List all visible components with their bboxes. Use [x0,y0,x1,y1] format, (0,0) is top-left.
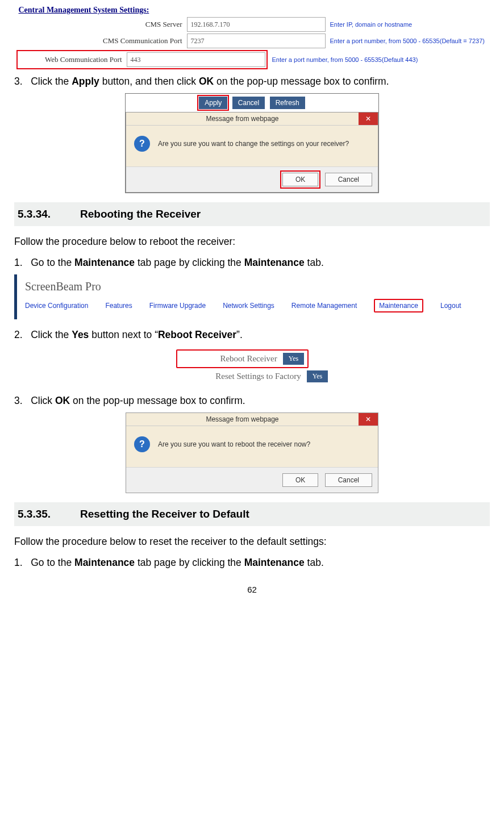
reboot-figure: Reboot Receiver Yes Reset Settings to Fa… [176,347,328,385]
tab-device-configuration[interactable]: Device Configuration [25,302,88,310]
cms-row-web-port: Web Communication Port 443 Enter a port … [16,50,488,69]
close-icon[interactable]: ✕ [359,413,378,426]
sec34-step3-text: 3. Click OK on the pop-up message box to… [30,393,490,408]
ok-button[interactable]: OK [282,473,318,487]
sec35-step1-text: 1. Go to the Maintenance tab page by cli… [30,555,490,570]
cms-web-port-input[interactable]: 443 [127,52,265,67]
screenbeam-logo: ScreenBeam Pro [25,280,482,293]
section-5-3-35-heading: 5.3.35. Resetting the Receiver to Defaul… [14,502,490,526]
tab-network-settings[interactable]: Network Settings [223,302,274,310]
question-icon: ? [134,436,150,452]
page-number: 62 [14,585,490,594]
tab-features[interactable]: Features [105,302,132,310]
close-icon[interactable]: ✕ [359,112,378,125]
tab-logout[interactable]: Logout [440,302,461,310]
apply-toolbar-figure: Apply Cancel Refresh Message from webpag… [125,93,379,193]
apply-button[interactable]: Apply [199,97,227,109]
question-icon: ? [134,136,150,152]
reboot-yes-button[interactable]: Yes [283,353,304,365]
cancel-dialog-button[interactable]: Cancel [325,173,372,186]
sec34-step2-text: 2. Click the Yes button next to “Reboot … [30,327,490,342]
confirm-settings-dialog: Message from webpage ✕ ? Are you sure yo… [126,112,378,193]
cms-row-server: CMS Server 192.168.7.170 Enter IP, domai… [16,17,488,32]
tab-firmware-upgrade[interactable]: Firmware Upgrade [149,302,206,310]
tab-remote-management[interactable]: Remote Management [291,302,357,310]
step-3-apply-ok: 3. Click the Apply button, and then clic… [30,74,490,89]
ok-button[interactable]: OK [282,173,318,186]
cms-settings-figure: Central Management System Settings: CMS … [16,6,488,69]
dialog-text: Are you sure you want to reboot the rece… [158,440,310,448]
cms-row-comm-port: CMS Communication Port 7237 Enter a port… [16,34,488,48]
sec34-step1-text: 1. Go to the Maintenance tab page by cli… [30,255,490,270]
reset-factory-yes-button[interactable]: Yes [307,370,328,382]
dialog-title: Message from webpage [126,112,359,125]
cancel-dialog-button[interactable]: Cancel [325,473,372,487]
section-5-3-34-heading: 5.3.34. Rebooting the Receiver [14,202,490,226]
confirm-reboot-dialog: Message from webpage ✕ ? Are you sure yo… [126,412,378,493]
cms-heading: Central Management System Settings: [19,6,488,15]
sec34-intro: Follow the procedure below to reboot the… [14,234,490,249]
dialog-title: Message from webpage [126,413,359,426]
tab-maintenance[interactable]: Maintenance [374,299,423,312]
dialog-text: Are you sure you want to change the sett… [158,140,349,148]
cancel-button[interactable]: Cancel [232,97,265,109]
cms-server-input[interactable]: 192.168.7.170 [187,17,326,32]
cms-comm-port-input[interactable]: 7237 [187,34,326,48]
sec35-intro: Follow the procedure below to reset the … [14,534,490,549]
screenbeam-tabs-figure: ScreenBeam Pro Device Configuration Feat… [14,274,490,319]
refresh-button[interactable]: Refresh [270,97,305,109]
